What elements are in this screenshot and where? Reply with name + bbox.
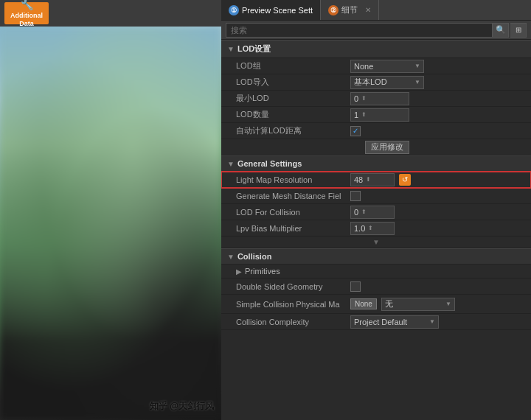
- primitives-subsection[interactable]: ▶ Primitives: [221, 265, 531, 279]
- light-map-input[interactable]: 48 ⬆: [350, 173, 395, 186]
- general-section-arrow: ▼: [227, 160, 235, 168]
- search-button[interactable]: 🔍: [493, 23, 509, 38]
- primitives-arrow: ▶: [236, 267, 242, 276]
- panel-content[interactable]: ▼ LOD设置 LOD组 None ▼ LOD导入 基本LOD ▼: [221, 40, 531, 420]
- primitives-label: Primitives: [245, 267, 280, 276]
- tab-detail[interactable]: ② 细节 ✕: [321, 0, 379, 20]
- prop-lod-group: LOD组 None ▼: [221, 58, 531, 74]
- search-bar: 🔍 ⊞: [221, 21, 531, 40]
- prop-collision-complexity: Collision Complexity Project Default ▼: [221, 314, 531, 330]
- collision-section-arrow: ▼: [227, 253, 235, 261]
- prop-light-map-resolution: Light Map Resolution 48 ⬆ ↺: [221, 172, 531, 188]
- simple-collision-arrow: ▼: [445, 301, 451, 307]
- collision-section-header[interactable]: ▼ Collision: [221, 248, 531, 265]
- additional-data-icon: 🔧: [21, 0, 33, 11]
- simple-collision-val: 无: [385, 298, 393, 309]
- general-section-header[interactable]: ▼ General Settings: [221, 155, 531, 172]
- none-badge-text: None: [355, 300, 372, 308]
- apply-label: 应用修改: [371, 141, 403, 153]
- lpv-bias-input[interactable]: 1.0 ⬆: [350, 222, 395, 235]
- right-panel: ① Preview Scene Sett ② 细节 ✕ 🔍 ⊞ ▼ LOD设置 …: [221, 0, 531, 420]
- lod-collision-val: 0: [354, 208, 358, 217]
- additional-data-button[interactable]: 🔧 Additional Data: [4, 2, 49, 24]
- prop-lpv-bias-label: Lpv Bias Multiplier: [236, 224, 350, 233]
- prop-lod-collision-value: 0 ⬆: [350, 206, 525, 219]
- divider-icon: ▼: [372, 238, 380, 246]
- collision-complexity-dropdown[interactable]: Project Default ▼: [350, 315, 439, 329]
- prop-auto-lod-label: 自动计算LOD距离: [236, 125, 350, 136]
- prop-lod-count-label: LOD数量: [236, 109, 350, 120]
- prop-lod-group-value: None ▼: [350, 60, 525, 73]
- divider: ▼: [221, 237, 531, 248]
- lpv-bias-val: 1.0: [354, 224, 365, 233]
- prop-auto-lod-value: [350, 126, 525, 136]
- prop-light-map-value: 48 ⬆ ↺: [350, 173, 525, 186]
- prop-double-sided-label: Double Sided Geometry: [236, 282, 350, 291]
- min-lod-input[interactable]: 0 ⬆: [350, 92, 409, 105]
- top-bar: 🔧 Additional Data: [0, 0, 221, 27]
- prop-light-map-label: Light Map Resolution: [236, 175, 350, 184]
- prop-gen-mesh: Generate Mesh Distance Fiel: [221, 188, 531, 204]
- collision-section-title: Collision: [237, 252, 271, 261]
- landscape-preview: [0, 27, 221, 420]
- lod-section-header[interactable]: ▼ LOD设置: [221, 40, 531, 58]
- search-input[interactable]: [226, 23, 493, 38]
- lod-import-dropdown[interactable]: 基本LOD ▼: [350, 76, 424, 89]
- prop-min-lod-value: 0 ⬆: [350, 92, 525, 105]
- prop-lod-count-value: 1 ⬆: [350, 108, 525, 122]
- gen-mesh-checkbox[interactable]: [350, 191, 361, 201]
- prop-collision-complexity-value: Project Default ▼: [350, 315, 525, 329]
- prop-min-lod-label: 最小LOD: [236, 93, 350, 104]
- lod-count-arrow: ⬆: [361, 111, 367, 118]
- prop-double-sided-value: [350, 281, 525, 292]
- tab-detail-close[interactable]: ✕: [365, 6, 371, 14]
- lod-collision-input[interactable]: 0 ⬆: [350, 206, 395, 219]
- grid-view-button[interactable]: ⊞: [510, 23, 527, 38]
- general-section-title: General Settings: [237, 159, 302, 168]
- lod-import-val: 基本LOD: [354, 77, 387, 88]
- viewport: 🔧 Additional Data 知乎 @天剑行风: [0, 0, 221, 420]
- lod-section-title: LOD设置: [237, 43, 271, 55]
- prop-lod-group-label: LOD组: [236, 60, 350, 71]
- apply-button[interactable]: 应用修改: [365, 141, 409, 154]
- prop-gen-mesh-label: Generate Mesh Distance Fiel: [236, 192, 350, 200]
- prop-gen-mesh-value: [350, 191, 525, 201]
- lod-collision-arrow: ⬆: [361, 209, 367, 215]
- tab-preview-label: Preview Scene Sett: [242, 6, 313, 15]
- prop-simple-collision-value: None 无 ▼: [350, 298, 525, 311]
- simple-collision-dropdown[interactable]: 无 ▼: [381, 298, 455, 311]
- light-map-val: 48: [354, 175, 363, 184]
- prop-lpv-bias: Lpv Bias Multiplier 1.0 ⬆: [221, 220, 531, 237]
- lod-count-val: 1: [354, 111, 358, 119]
- additional-data-label: Additional Data: [4, 12, 49, 28]
- min-lod-arrow: ⬆: [361, 95, 367, 102]
- tab-preview-icon: ①: [229, 5, 239, 15]
- tabs-bar: ① Preview Scene Sett ② 细节 ✕: [221, 0, 531, 21]
- lod-count-input[interactable]: 1 ⬆: [350, 108, 409, 122]
- light-map-reset-button[interactable]: ↺: [399, 174, 411, 186]
- prop-simple-collision: Simple Collision Physical Ma None 无 ▼: [221, 295, 531, 314]
- lod-group-dropdown[interactable]: None ▼: [350, 60, 424, 73]
- light-map-arrow: ⬆: [366, 176, 371, 183]
- prop-apply-row: 应用修改: [221, 139, 531, 155]
- prop-min-lod: 最小LOD 0 ⬆: [221, 91, 531, 107]
- prop-collision-complexity-label: Collision Complexity: [236, 318, 350, 326]
- lod-group-arrow: ▼: [414, 63, 420, 69]
- prop-apply-value: 应用修改: [350, 141, 525, 154]
- tab-detail-icon: ②: [328, 5, 339, 15]
- lod-import-arrow: ▼: [414, 79, 420, 85]
- double-sided-checkbox[interactable]: [350, 281, 361, 292]
- prop-lod-import-value: 基本LOD ▼: [350, 76, 525, 89]
- prop-lod-collision-label: LOD For Collision: [236, 208, 350, 217]
- lpv-bias-arrow: ⬆: [368, 225, 373, 231]
- prop-double-sided: Double Sided Geometry: [221, 279, 531, 295]
- prop-simple-collision-label: Simple Collision Physical Ma: [236, 300, 350, 309]
- auto-lod-checkbox[interactable]: [350, 126, 361, 136]
- prop-lod-import: LOD导入 基本LOD ▼: [221, 74, 531, 91]
- prop-lpv-bias-value: 1.0 ⬆: [350, 222, 525, 235]
- collision-complexity-arrow: ▼: [429, 318, 435, 325]
- collision-complexity-val: Project Default: [354, 318, 407, 326]
- prop-auto-lod: 自动计算LOD距离: [221, 123, 531, 139]
- prop-lod-collision: LOD For Collision 0 ⬆: [221, 204, 531, 220]
- tab-preview-scene[interactable]: ① Preview Scene Sett: [221, 0, 321, 20]
